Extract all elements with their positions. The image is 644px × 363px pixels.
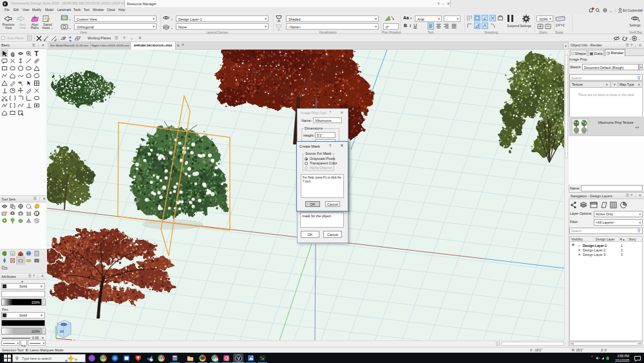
svg-text:⌄: ⌄ [68, 26, 71, 30]
svg-text:⌄: ⌄ [171, 17, 174, 21]
svg-text:⌄: ⌄ [171, 26, 174, 30]
svg-text:Ed Cuykendall: Ed Cuykendall [623, 9, 643, 12]
svg-text:⌄: ⌄ [629, 37, 631, 41]
svg-text:⌄: ⌄ [68, 17, 71, 21]
svg-text:⌄: ⌄ [638, 37, 640, 41]
svg-text:T: T [35, 50, 39, 57]
svg-text:⌄: ⌄ [609, 9, 612, 13]
svg-text:G: G [216, 358, 218, 362]
svg-text:⌄: ⌄ [621, 37, 623, 41]
svg-text:U: U [35, 211, 39, 216]
